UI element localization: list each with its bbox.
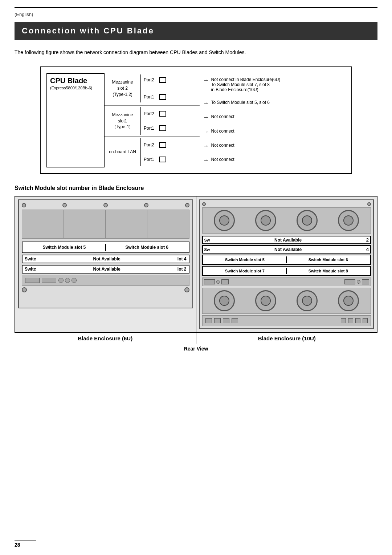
annot-line3: in Blade Enclosure(10U) xyxy=(211,87,258,92)
mezz-bottom-section: Mezzanineslot1(Type-1) Port2 Port1 xyxy=(105,106,200,137)
t-conn-1 xyxy=(202,202,206,206)
bt-port-7 xyxy=(355,318,360,323)
slot4-sw-prefix: Switc xyxy=(25,256,36,262)
lang-label: (English) xyxy=(15,12,33,17)
cpu-blade-title: CPU Blade xyxy=(50,77,101,85)
blade-6u-label: Blade Enclosure (6U) xyxy=(15,333,196,344)
bottom-circle-3 xyxy=(72,278,77,283)
intro-text: The following figure shows the network c… xyxy=(15,49,377,56)
mezz-bottom-ports: Port2 Port1 xyxy=(141,107,169,135)
blade-slot-3 xyxy=(106,210,147,238)
enclosure-label-row: Blade Enclosure (6U) Blade Enclosure (10… xyxy=(15,333,377,344)
onboard-section: on-board LAN Port2 Port1 xyxy=(105,137,200,167)
mezz-top-label: Mezzanineslot 2(Type-1,2) xyxy=(105,74,141,102)
fan-8 xyxy=(338,290,359,311)
slot4-not-avail-bar: Switc Not Available lot 4 xyxy=(22,255,189,263)
port2-onboard-box xyxy=(159,142,166,148)
mid-port-3 xyxy=(344,279,355,284)
slot2-10u-not-avail-label: Not Available xyxy=(210,238,366,243)
arrow-icon-5: → xyxy=(203,143,209,149)
mid-port-2 xyxy=(221,279,229,284)
chapter-header: Connection with CPU Blade xyxy=(15,22,377,40)
port1-onboard-box xyxy=(159,157,166,162)
slot7-10u-label: Switch Module slot 7 xyxy=(204,269,286,273)
fan-inner-5 xyxy=(219,296,229,306)
slot4-not-avail-10u-bar: Sw Not Available 4 xyxy=(202,245,371,254)
port1-top-label: Port1 xyxy=(144,94,159,100)
enc6u-top-connectors xyxy=(22,203,189,207)
slot2-not-avail-label: Not Available xyxy=(36,267,177,272)
mid-port-1 xyxy=(204,279,215,284)
rear-view-label: Rear View xyxy=(15,344,377,354)
top-border: (English) xyxy=(15,7,377,17)
slot2-suffix: lot 2 xyxy=(177,267,187,272)
fan-6 xyxy=(255,290,276,311)
annot-port2-bottom: → Not connect xyxy=(203,114,346,121)
mezz-bottom-label: Mezzanineslot1(Type-1) xyxy=(105,107,141,135)
port2-onboard-label: Port2 xyxy=(144,142,159,147)
connector-circle-5 xyxy=(185,203,189,207)
ports-sections: Mezzanineslot 2(Type-1,2) Port2 Port1 xyxy=(105,73,200,167)
mid-circle-2 xyxy=(357,280,360,284)
mid-port-4 xyxy=(362,279,369,284)
bt-port-1 xyxy=(205,318,212,323)
blade-6u-diagram: Switch Module slot 5 Switch Module slot … xyxy=(15,197,196,332)
bottom-conn-2 xyxy=(184,287,189,292)
slot4-10u-prefix: Sw xyxy=(204,247,210,252)
slot2-not-avail-bar: Switc Not Available lot 2 xyxy=(22,265,189,274)
enc10u-bottom-ports xyxy=(202,315,371,326)
bt-port-3 xyxy=(223,318,229,323)
cpu-blade-subtitle: (Express5800/120Bb-6) xyxy=(50,86,101,90)
annot-port2-onboard: → Not connect xyxy=(203,143,346,149)
enclosure-section-title: Switch Module slot number in Blade Enclo… xyxy=(15,185,377,191)
fan-5 xyxy=(214,290,235,311)
port-row-port2-bottom: Port2 xyxy=(144,111,166,117)
bt-port-5 xyxy=(341,318,346,323)
slot5-label: Switch Module slot 5 xyxy=(25,245,104,250)
bottom-circle-1 xyxy=(58,278,64,283)
port1-onboard-label: Port1 xyxy=(144,157,159,162)
annot-port1-onboard-text: Not connect xyxy=(211,157,234,162)
bt-port-6 xyxy=(348,318,353,323)
arrow-icon-1: → xyxy=(203,77,209,84)
cpu-blade-box: CPU Blade (Express5800/120Bb-6) xyxy=(46,73,105,167)
slot6-10u-label: Switch Module slot 6 xyxy=(287,258,369,262)
enc10u-mid-ports xyxy=(202,278,371,286)
enc6u-inner: Switch Module slot 5 Switch Module slot … xyxy=(18,199,193,308)
slot2-10u-num: 2 xyxy=(366,237,369,243)
annot-port2-bottom-text: Not connect xyxy=(211,114,234,119)
port1-bottom-box xyxy=(159,125,166,131)
bt-port-4 xyxy=(232,318,238,323)
slot2-sw-prefix: Switc xyxy=(25,267,36,272)
mid-circle-1 xyxy=(216,280,220,284)
bt-port-2 xyxy=(214,318,221,323)
mezz-top-ports: Port2 Port1 xyxy=(141,74,169,102)
enc10u-top-conn xyxy=(202,202,371,206)
arrow-icon-2: → xyxy=(203,100,209,106)
slot4-10u-not-avail-label: Not Available xyxy=(210,247,366,252)
annot-line1: Not connect in Blade Enclosure(6U) xyxy=(211,77,281,82)
bottom-port-1 xyxy=(25,278,40,283)
enc6u-blade-area xyxy=(22,210,189,239)
page-number: 28 xyxy=(15,540,36,548)
annot-port2-top-text: Not connect in Blade Enclosure(6U) To Sw… xyxy=(211,77,281,92)
slot6-label: Switch Module slot 6 xyxy=(107,245,187,250)
cpu-blade-diagram: CPU Blade (Express5800/120Bb-6) Mezzanin… xyxy=(40,66,352,174)
fan-4 xyxy=(338,210,359,231)
onboard-ports: Port2 Port1 xyxy=(141,138,169,166)
annot-line2: To Switch Module slot 7, slot 8 xyxy=(211,82,270,87)
port2-bottom-label: Port2 xyxy=(144,111,159,116)
fan-inner-1 xyxy=(219,215,229,226)
enclosure-diagrams-container: Switch Module slot 5 Switch Module slot … xyxy=(15,196,377,333)
port-row-port1-bottom: Port1 xyxy=(144,125,166,131)
fan-7 xyxy=(297,290,318,311)
annot-port2-onboard-text: Not connect xyxy=(211,143,234,148)
fan-row-top xyxy=(202,207,371,234)
bottom-conn-1 xyxy=(22,287,27,292)
fan-inner-8 xyxy=(343,296,354,306)
port1-bottom-label: Port1 xyxy=(144,126,159,131)
mezz-top-section: Mezzanineslot 2(Type-1,2) Port2 Port1 xyxy=(105,73,200,106)
chapter-title: Connection with CPU Blade xyxy=(22,26,154,35)
fan-2 xyxy=(255,210,276,231)
connector-circle-2 xyxy=(62,203,67,207)
